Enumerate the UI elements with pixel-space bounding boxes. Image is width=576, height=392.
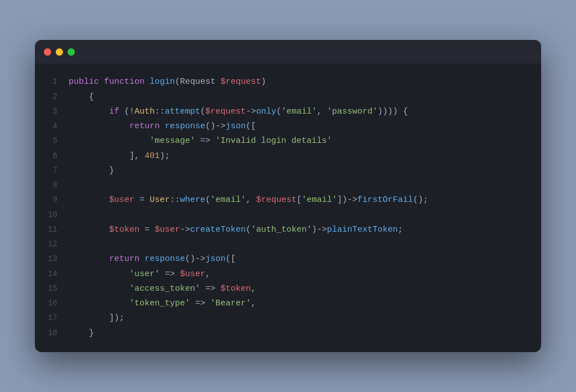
line-8: 8: [35, 178, 541, 193]
line-6: 6 ], 401);: [35, 149, 541, 164]
line-5: 5 'message' => 'Invalid login details': [35, 134, 541, 148]
editor-window: 1 public function login(Request $request…: [35, 40, 541, 352]
line-3: 3 if (!Auth::attempt($request->only('ema…: [35, 105, 541, 119]
close-button[interactable]: [44, 48, 51, 56]
line-14: 14 'user' => $user,: [35, 267, 541, 282]
line-18: 18 }: [35, 326, 541, 341]
code-editor: 1 public function login(Request $request…: [35, 64, 541, 352]
line-15: 15 'access_token' => $token,: [35, 282, 541, 296]
minimize-button[interactable]: [56, 48, 63, 56]
line-9: 9 $user = User::where('email', $request[…: [35, 193, 541, 208]
line-1: 1 public function login(Request $request…: [35, 75, 541, 89]
maximize-button[interactable]: [68, 48, 75, 56]
line-10: 10: [35, 208, 541, 223]
line-11: 11 $token = $user->createToken('auth_tok…: [35, 223, 541, 237]
line-4: 4 return response()->json([: [35, 119, 541, 134]
line-7: 7 }: [35, 164, 541, 178]
line-2: 2 {: [35, 90, 541, 105]
line-17: 17 ]);: [35, 311, 541, 326]
titlebar: [35, 40, 541, 64]
line-12: 12: [35, 237, 541, 252]
line-13: 13 return response()->json([: [35, 252, 541, 267]
line-16: 16 'token_type' => 'Bearer',: [35, 296, 541, 311]
